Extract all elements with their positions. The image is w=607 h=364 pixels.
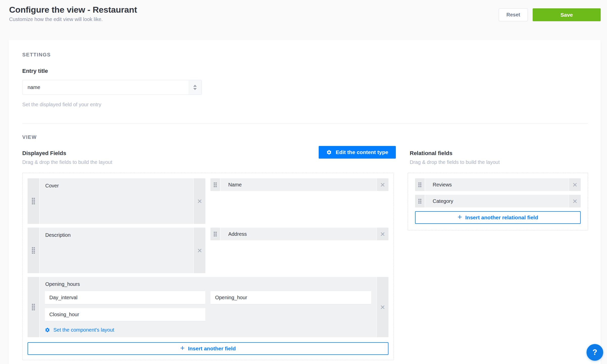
fields-row-2: Description × Address × <box>28 228 388 273</box>
drag-handle-icon <box>214 232 217 237</box>
component-label: Opening_hours <box>45 281 371 287</box>
close-icon: × <box>573 181 577 189</box>
field-category[interactable]: Category × <box>415 195 581 207</box>
page-header: Configure the view - Restaurant Customiz… <box>0 0 607 23</box>
drag-handle-icon <box>32 247 35 254</box>
insert-relational-field-button[interactable]: + Insert another relational field <box>415 211 581 224</box>
set-component-layout-link[interactable]: Set the component's layout <box>45 327 114 333</box>
relational-fields-hint: Drag & drop the fields to build the layo… <box>410 159 500 165</box>
field-description[interactable]: Description × <box>28 228 205 273</box>
arrow-up-icon <box>193 85 197 87</box>
settings-section-label: SETTINGS <box>22 52 588 58</box>
edit-content-type-label: Edit the content type <box>336 149 388 155</box>
fields-row-1: Cover × Name × <box>28 178 388 224</box>
field-label: Category <box>425 195 569 207</box>
page-subtitle: Customize how the edit view will look li… <box>9 16 137 23</box>
close-icon: × <box>380 230 385 238</box>
displayed-fields-hint: Drag & drop the fields to build the layo… <box>22 159 396 165</box>
entry-title-label: Entry title <box>22 68 588 74</box>
plus-icon: + <box>458 213 462 221</box>
close-icon: × <box>197 246 202 254</box>
remove-field-button[interactable]: × <box>569 178 581 191</box>
component-body: Opening_hours Day_interval Opening_hour … <box>40 277 376 337</box>
displayed-fields-dropzone: Cover × Name × <box>22 173 394 360</box>
remove-field-button[interactable]: × <box>193 228 205 273</box>
field-label: Address <box>221 228 376 240</box>
remove-field-button[interactable]: × <box>193 178 205 224</box>
section-divider <box>22 123 588 124</box>
field-cover[interactable]: Cover × <box>28 178 205 224</box>
relational-fields-title: Relational fields <box>410 150 500 157</box>
view-headings-row: Displayed Fields Drag & drop the fields … <box>22 150 588 165</box>
field-label: Cover <box>40 178 193 224</box>
arrow-down-icon <box>193 88 197 90</box>
page-title: Configure the view - Restaurant <box>9 4 137 15</box>
drag-handle[interactable] <box>415 195 425 207</box>
close-icon: × <box>573 197 577 205</box>
remove-field-button[interactable]: × <box>569 195 581 207</box>
close-icon: × <box>380 181 385 189</box>
save-button[interactable]: Save <box>533 8 601 21</box>
select-arrows-icon[interactable] <box>188 80 202 95</box>
component-opening-hours[interactable]: Opening_hours Day_interval Opening_hour … <box>28 277 388 337</box>
drag-handle[interactable] <box>415 178 425 191</box>
close-icon: × <box>197 197 202 205</box>
relational-fields-dropzone: Reviews × Category × + Insert another re… <box>408 173 588 230</box>
drag-handle[interactable] <box>28 178 40 224</box>
view-section-label: VIEW <box>22 134 588 140</box>
set-component-layout-label: Set the component's layout <box>53 327 114 333</box>
drag-handle[interactable] <box>210 228 221 240</box>
remove-component-button[interactable]: × <box>376 277 388 337</box>
drag-handle-icon <box>418 199 421 204</box>
page-header-text: Configure the view - Restaurant Customiz… <box>9 4 137 23</box>
configure-view-card: SETTINGS Entry title name Set the displa… <box>9 40 601 364</box>
drag-handle-icon <box>418 182 421 187</box>
field-label: Description <box>40 228 193 273</box>
entry-title-hint: Set the displayed field of your entry <box>22 101 588 108</box>
gear-icon <box>45 327 50 333</box>
edit-content-type-button[interactable]: Edit the content type <box>319 146 396 159</box>
field-address[interactable]: Address × <box>210 228 388 240</box>
field-name[interactable]: Name × <box>210 178 388 191</box>
remove-field-button[interactable]: × <box>376 228 388 240</box>
subfield-closing-hour: Closing_hour <box>45 308 205 321</box>
reset-button[interactable]: Reset <box>499 8 528 21</box>
subfield-opening-hour: Opening_hour <box>210 291 371 304</box>
drag-handle[interactable] <box>28 228 40 273</box>
question-mark-icon: ? <box>593 348 597 357</box>
close-icon: × <box>380 303 385 311</box>
field-label: Reviews <box>425 178 569 191</box>
dropzones-row: Cover × Name × <box>22 173 588 360</box>
insert-field-button[interactable]: + Insert another field <box>28 342 388 355</box>
insert-field-label: Insert another field <box>188 346 236 352</box>
drag-handle[interactable] <box>28 277 40 337</box>
header-actions: Reset Save <box>499 8 601 21</box>
insert-relational-field-label: Insert another relational field <box>465 215 538 221</box>
drag-handle-icon <box>214 182 217 187</box>
remove-field-button[interactable]: × <box>376 178 388 191</box>
subfield-day-interval: Day_interval <box>45 291 205 304</box>
drag-handle-icon <box>32 304 35 310</box>
field-reviews[interactable]: Reviews × <box>415 178 581 191</box>
component-subfields: Day_interval Opening_hour Closing_hour <box>45 291 371 321</box>
help-button[interactable]: ? <box>587 344 603 361</box>
entry-title-selected-value: name <box>23 80 40 95</box>
drag-handle-icon <box>32 198 35 204</box>
plus-icon: + <box>180 344 185 352</box>
relational-fields-heading: Relational fields Drag & drop the fields… <box>410 150 500 165</box>
displayed-fields-heading: Displayed Fields Drag & drop the fields … <box>22 150 396 165</box>
gear-icon <box>326 149 332 155</box>
entry-title-select[interactable]: name <box>22 80 202 95</box>
field-label: Name <box>221 178 376 191</box>
drag-handle[interactable] <box>210 178 221 191</box>
